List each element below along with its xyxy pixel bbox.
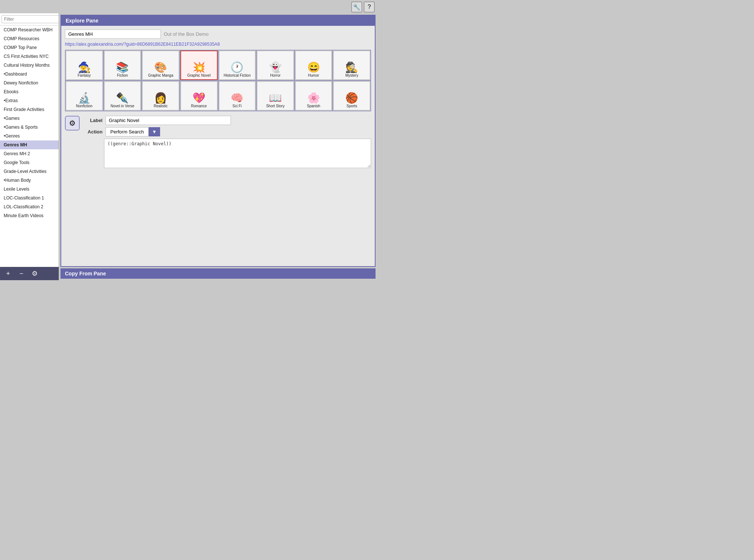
copy-pane-title: Copy From Pane [65, 271, 106, 276]
genre-tile-horror[interactable]: 👻Horror [257, 51, 294, 80]
copy-pane-bar: Copy From Pane [60, 268, 376, 279]
action-dropdown-button[interactable]: ▼ [149, 127, 160, 136]
sidebar-item[interactable]: LOL-Classification 2 [0, 202, 59, 211]
genre-tile-nonfiction[interactable]: 🔬Nonfiction [66, 81, 103, 111]
sidebar-item[interactable]: •Games [0, 114, 59, 123]
sidebar-item[interactable]: •Human Body [0, 176, 59, 185]
genre-icon: 👻 [269, 62, 282, 73]
sidebar-item[interactable]: Genres MH [0, 140, 59, 149]
genre-icon: 💖 [193, 93, 205, 103]
sidebar-item[interactable]: •Games & Sports [0, 123, 59, 132]
genre-label: Sports [346, 104, 357, 108]
add-button[interactable]: + [3, 268, 13, 279]
pane-subtitle: Out of the Box Demo [164, 31, 208, 37]
genre-label: Horror [270, 73, 280, 78]
sidebar-item[interactable]: Minute Earth Videos [0, 211, 59, 220]
genre-icon: 👩 [154, 93, 167, 103]
pane-label-input[interactable] [65, 29, 161, 39]
sidebar-item[interactable]: Lexile Levels [0, 185, 59, 194]
sidebar-item[interactable]: LOC-Classification 1 [0, 194, 59, 202]
label-field-label: Label [84, 118, 103, 123]
genre-tile-humor[interactable]: 😄Humor [295, 51, 332, 80]
explore-pane-header: Explore Pane [61, 15, 375, 26]
genre-icon: 📖 [269, 93, 282, 103]
genre-icon: 🕵 [345, 62, 358, 73]
genre-tile-romance[interactable]: 💖Romance [180, 81, 218, 111]
genre-tile-spanish[interactable]: 🌸Spanish [295, 81, 332, 111]
main-layout: 🔍 123 COMP Researcher WBHCOMP ResourcesC… [0, 13, 377, 280]
genre-grid: 🧙Fantasy📚Fiction🎨Graphic Manga💥Graphic N… [65, 50, 371, 111]
sidebar-item[interactable]: •Dashboard [0, 70, 59, 79]
label-row: Label [84, 116, 371, 125]
genre-tile-mystery[interactable]: 🕵Mystery [333, 51, 370, 80]
label-input[interactable] [106, 116, 231, 125]
query-textarea[interactable] [104, 139, 371, 168]
genre-label: Fiction [117, 73, 128, 78]
perform-search-button[interactable]: Perform Search [106, 127, 149, 136]
genre-icon: 🌸 [307, 93, 320, 103]
settings-button[interactable]: ⚙ [30, 268, 40, 279]
right-panel: Explore Pane Out of the Box Demo https:/… [59, 13, 377, 280]
genre-icon: ✒️ [116, 93, 129, 103]
query-row [84, 139, 371, 168]
sidebar-item[interactable]: Ebooks [0, 87, 59, 96]
genre-icon: 🔬 [78, 93, 91, 103]
genre-icon: 🧠 [231, 93, 243, 103]
remove-button[interactable]: − [16, 268, 27, 279]
genre-tile-graphic-novel[interactable]: 💥Graphic Novel [180, 51, 218, 80]
filter-input[interactable] [1, 15, 59, 23]
genre-icon: 🎨 [154, 62, 167, 73]
explore-body: Out of the Box Demo https://alex.goalexa… [61, 26, 375, 266]
genre-icon: 😄 [307, 62, 320, 73]
top-bar: 🔧 ? [0, 0, 377, 13]
genre-label: Graphic Manga [148, 73, 173, 78]
genre-icon: 🏀 [345, 93, 358, 103]
help-icon[interactable]: ? [364, 1, 375, 13]
genre-label: Short Story [266, 104, 284, 108]
genre-label: Fantasy [78, 73, 91, 78]
genre-tile-historical-fiction[interactable]: 🕐Historical Fiction [219, 51, 256, 80]
sidebar-item[interactable]: Genres MH 2 [0, 149, 59, 158]
sidebar-item[interactable]: CS First Activities NYC [0, 52, 59, 61]
sidebar-search-bar: 🔍 123 [0, 13, 59, 25]
genre-tile-realistic[interactable]: 👩Realistic [142, 81, 179, 111]
sidebar-item[interactable]: Grade-Level Activities [0, 167, 59, 176]
wrench-icon[interactable]: 🔧 [351, 1, 362, 13]
sidebar-footer: + − ⚙ [0, 267, 59, 280]
genre-label: Historical Fiction [224, 73, 250, 78]
sidebar: 🔍 123 COMP Researcher WBHCOMP ResourcesC… [0, 13, 59, 280]
sidebar-item[interactable]: Cultural History Months [0, 61, 59, 70]
explore-pane-title: Explore Pane [66, 18, 98, 24]
sidebar-item[interactable]: COMP Top Pane [0, 43, 59, 52]
pane-title-row: Out of the Box Demo [65, 29, 371, 39]
action-field-label: Action [84, 129, 103, 135]
genre-tile-novel-in-verse[interactable]: ✒️Novel in Verse [104, 81, 141, 111]
genre-label: Graphic Novel [187, 73, 211, 78]
action-select: Perform Search ▼ [106, 127, 160, 136]
detail-settings-icon[interactable]: ⚙ [65, 116, 80, 131]
genre-label: Sci Fi [232, 104, 242, 108]
genre-tile-sci-fi[interactable]: 🧠Sci Fi [219, 81, 256, 111]
detail-section: ⚙ Label Action Perform Search ▼ [65, 114, 371, 170]
genre-tile-fantasy[interactable]: 🧙Fantasy [66, 51, 103, 80]
genre-tile-graphic-manga[interactable]: 🎨Graphic Manga [142, 51, 179, 80]
detail-fields: Label Action Perform Search ▼ [84, 116, 371, 168]
genre-tile-sports[interactable]: 🏀Sports [333, 81, 370, 111]
genre-icon: 🧙 [78, 62, 91, 73]
sidebar-item[interactable]: •Genres [0, 132, 59, 140]
sidebar-item[interactable]: COMP Researcher WBH [0, 25, 59, 34]
pane-link[interactable]: https://alex.goalexandria.com/?guid=86D6… [65, 42, 371, 47]
genre-tile-short-story[interactable]: 📖Short Story [257, 81, 294, 111]
genre-icon: 📚 [116, 62, 129, 73]
action-row: Action Perform Search ▼ [84, 127, 371, 136]
genre-icon: 🕐 [231, 62, 243, 73]
explore-pane: Explore Pane Out of the Box Demo https:/… [60, 15, 376, 267]
sidebar-item[interactable]: Dewey Nonfiction [0, 79, 59, 87]
genre-label: Spanish [307, 104, 320, 108]
sidebar-item[interactable]: First Grade Activities [0, 105, 59, 114]
sidebar-item[interactable]: •Extras [0, 96, 59, 105]
genre-tile-fiction[interactable]: 📚Fiction [104, 51, 141, 80]
genre-label: Novel in Verse [111, 104, 134, 108]
sidebar-item[interactable]: COMP Resources [0, 34, 59, 43]
sidebar-item[interactable]: Google Tools [0, 158, 59, 167]
